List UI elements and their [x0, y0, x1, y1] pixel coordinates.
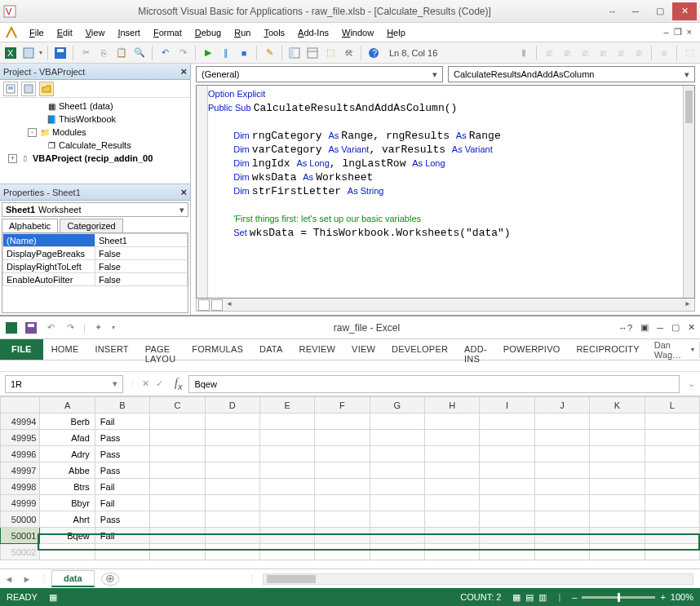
properties-window-button[interactable] [305, 46, 320, 60]
table-row[interactable]: 49999BbyrFail [1, 495, 700, 511]
cell[interactable] [425, 495, 480, 511]
tree-item[interactable]: ▦Sheet1 (data) [0, 100, 190, 113]
cell[interactable] [370, 430, 424, 446]
design-mode-button[interactable]: ✎ [262, 46, 277, 60]
column-header-B[interactable]: B [95, 397, 149, 414]
column-header-K[interactable]: K [590, 397, 645, 414]
cell[interactable] [259, 495, 314, 511]
cell[interactable] [534, 479, 589, 495]
macro-record-button[interactable]: ▦ [49, 592, 57, 603]
view-code-button[interactable] [3, 82, 18, 96]
paste-button[interactable]: 📋 [114, 46, 129, 60]
row-header[interactable]: 49994 [1, 414, 40, 430]
menu-add-ins[interactable]: Add-Ins [291, 25, 335, 40]
cell[interactable] [480, 495, 534, 511]
cell[interactable]: Bqew [40, 528, 95, 544]
cell[interactable] [205, 446, 259, 462]
column-header-E[interactable]: E [259, 397, 314, 414]
cell[interactable]: Afad [40, 430, 95, 446]
cell[interactable] [259, 528, 314, 544]
code-editor[interactable]: Option Explicit Public Sub CalculateResu… [196, 85, 695, 299]
cell[interactable] [590, 446, 645, 462]
cell[interactable]: Fail [95, 414, 149, 430]
code-horizontal-scrollbar[interactable] [226, 300, 691, 310]
cell[interactable] [480, 414, 534, 430]
cell[interactable] [205, 462, 259, 479]
cell[interactable] [370, 495, 424, 511]
property-row[interactable]: EnableAutoFilterFalse [3, 273, 188, 286]
qat-save-button[interactable] [24, 321, 38, 334]
cell[interactable] [425, 462, 480, 479]
ribbon-tab-data[interactable]: DATA [251, 339, 291, 360]
cell[interactable] [425, 479, 480, 495]
help-button[interactable]: ? [366, 46, 381, 60]
cell[interactable] [480, 462, 534, 479]
property-row[interactable]: DisplayPageBreaksFalse [3, 247, 188, 260]
column-header-J[interactable]: J [534, 397, 589, 414]
cell[interactable] [645, 479, 699, 495]
ribbon-tab-home[interactable]: HOME [43, 339, 87, 360]
save-button[interactable] [53, 46, 68, 60]
cell[interactable] [645, 414, 699, 430]
column-header-I[interactable]: I [480, 397, 534, 414]
project-pane-close-button[interactable]: × [180, 65, 187, 77]
column-header-G[interactable]: G [370, 397, 424, 414]
tree-twist-icon[interactable]: + [8, 154, 17, 163]
cell[interactable] [315, 430, 370, 446]
tb-extra-2[interactable]: ⎚ [542, 46, 556, 60]
insert-module-button[interactable] [21, 46, 36, 60]
cell[interactable] [645, 511, 699, 528]
cell[interactable] [534, 511, 589, 528]
cell[interactable] [534, 446, 589, 462]
toolbox-button[interactable]: 🛠 [341, 46, 356, 60]
cell[interactable] [205, 430, 259, 446]
cell[interactable] [590, 414, 645, 430]
cell[interactable] [370, 511, 424, 528]
sheet-nav-prev-button[interactable]: ◄ [0, 574, 18, 584]
cell[interactable] [590, 430, 645, 446]
qat-custom-button[interactable]: ✦ [92, 321, 105, 334]
row-header[interactable]: 50002 [1, 544, 40, 560]
procedure-view-button[interactable] [198, 299, 210, 311]
code-procedure-dropdown[interactable]: CalculateResultsAndAddAsColumn ▾ [448, 66, 695, 82]
tb-extra-7[interactable]: ⎚ [631, 46, 646, 60]
run-button[interactable]: ▶ [201, 46, 215, 60]
properties-object-select[interactable]: Sheet1 Worksheet ▾ [2, 202, 188, 217]
table-row[interactable]: 50000AhrtPass [1, 511, 700, 528]
excel-maximize-button[interactable]: ▢ [671, 322, 680, 333]
cell[interactable] [315, 528, 370, 544]
cell[interactable]: Fail [95, 479, 149, 495]
tree-item[interactable]: 📘ThisWorkbook [0, 113, 190, 126]
property-row[interactable]: (Name)Sheet1 [3, 234, 188, 247]
zoom-out-button[interactable]: – [572, 592, 577, 602]
cell[interactable] [480, 430, 534, 446]
cell[interactable] [205, 528, 259, 544]
cell[interactable] [150, 495, 205, 511]
tb-extra-3[interactable]: ⎚ [560, 46, 574, 60]
cell[interactable] [590, 495, 645, 511]
menu-tools[interactable]: Tools [257, 25, 291, 40]
ribbon-tab-formulas[interactable]: FORMULAS [184, 339, 251, 360]
table-row[interactable]: 49998BtrsFail [1, 479, 700, 495]
cell[interactable]: Bbyr [40, 495, 95, 511]
page-break-view-button[interactable]: ▥ [538, 592, 547, 603]
menu-help[interactable]: Help [380, 25, 412, 40]
menu-format[interactable]: Format [147, 25, 188, 40]
cell[interactable] [425, 414, 480, 430]
cell[interactable] [315, 495, 370, 511]
cancel-formula-button[interactable]: ✕ [142, 378, 149, 389]
project-explorer-button[interactable] [287, 46, 302, 60]
qat-redo-button[interactable]: ↷ [64, 321, 77, 334]
excel-close-button[interactable]: ✕ [688, 322, 695, 333]
column-header-H[interactable]: H [425, 397, 480, 414]
zoom-in-button[interactable]: + [660, 592, 665, 602]
table-row[interactable]: 49997AbbePass [1, 462, 700, 479]
ribbon-display-options-button[interactable]: ▣ [640, 322, 649, 333]
cell[interactable] [425, 528, 480, 544]
column-header-C[interactable]: C [150, 397, 205, 414]
menu-file[interactable]: File [23, 25, 51, 40]
ribbon-tab-powerpivo[interactable]: POWERPIVO [495, 339, 569, 360]
cell[interactable] [480, 446, 534, 462]
vba-close-button[interactable]: ✕ [672, 2, 697, 20]
cell[interactable]: Pass [95, 446, 149, 462]
